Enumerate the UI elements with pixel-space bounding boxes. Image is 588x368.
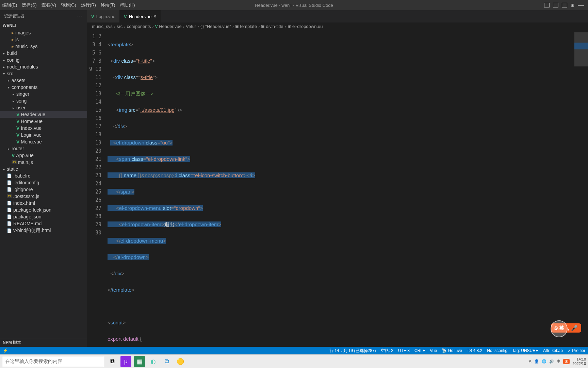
crumb[interactable]: Header.vue (159, 24, 182, 29)
tree-item[interactable]: 📄package.json (0, 213, 87, 220)
app-icon[interactable]: ▦ (134, 356, 145, 367)
tree-item[interactable]: VApp.vue (0, 152, 87, 159)
tray-icon[interactable]: 🌐 (542, 359, 546, 364)
status-ts[interactable]: TS 4.8.2 (467, 348, 482, 353)
status-eol[interactable]: CRLF (414, 348, 425, 353)
status-lang[interactable]: Vue (430, 348, 437, 353)
status-encoding[interactable]: UTF-8 (398, 348, 410, 353)
vue-icon: V (16, 119, 19, 124)
tree-item[interactable]: VHome.vue (0, 118, 87, 125)
tray-icon[interactable]: 🔊 (549, 359, 554, 364)
line-gutter: 1 2 3 4 5 6 7 8 9 10 11 12 13 14 15 16 1… (87, 30, 108, 347)
app-icon[interactable]: μ (120, 356, 131, 367)
tree-item[interactable]: JS.postcssrc.js (0, 193, 87, 200)
minimap[interactable] (574, 30, 588, 347)
status-left-icon[interactable]: ⚡ (3, 348, 8, 353)
tray-icon[interactable]: 👤 (534, 359, 539, 364)
tree-item[interactable]: VIndex.vue (0, 125, 87, 132)
crumb[interactable]: template (240, 24, 257, 29)
tab-login[interactable]: V Login.vue (87, 10, 120, 22)
status-tag[interactable]: Tag: UNSURE (512, 348, 538, 353)
tree-item[interactable]: 📄v-bind的使用.html (0, 227, 87, 234)
menu-help[interactable]: 帮助(H) (117, 2, 137, 8)
tree-item[interactable]: src (0, 70, 87, 77)
status-position[interactable]: 行 14，列 19 (已选择287) (329, 348, 376, 354)
tree-item[interactable]: config (0, 57, 87, 63)
tree-item[interactable]: assets (0, 77, 87, 84)
crumb[interactable]: div.h-title (266, 24, 283, 29)
tree-item[interactable]: components (0, 84, 87, 91)
system-clock[interactable]: 14:10 2022/10 (572, 357, 586, 365)
npm-scripts-section[interactable]: NPM 脚本 (0, 338, 87, 347)
js-icon: JS (7, 194, 12, 198)
crumb[interactable]: components (127, 24, 151, 29)
tree-item[interactable]: 📄package-lock.json (0, 206, 87, 213)
file-tree[interactable]: ▸images▸js▸music_sysbuildconfignode_modu… (0, 29, 87, 338)
tree-item[interactable]: 📄.babelrc (0, 172, 87, 179)
tree-item[interactable]: singer (0, 91, 87, 97)
tree-item[interactable]: song (0, 97, 87, 104)
crumb[interactable]: "Header.vue" (205, 24, 231, 29)
menu-term[interactable]: 终端(T) (98, 2, 118, 8)
status-attr[interactable]: Attr: kebab (543, 348, 563, 353)
menu-select[interactable]: 选择(S) (19, 2, 39, 8)
tree-label: router (12, 146, 24, 151)
crumb[interactable]: src (117, 24, 122, 29)
layout-icon[interactable] (544, 3, 550, 7)
tree-item[interactable]: 📄.gitignore (0, 186, 87, 193)
menu-view[interactable]: 查看(V) (39, 2, 59, 8)
tree-item[interactable]: ▸music_sys (0, 43, 87, 50)
status-golive[interactable]: 📡 Go Live (442, 348, 462, 353)
tray-icon[interactable]: 中 (557, 359, 560, 364)
crumb[interactable]: el-dropdown.uu (292, 24, 323, 29)
tree-item[interactable]: ▸js (0, 36, 87, 43)
status-spaces[interactable]: 空格: 2 (381, 348, 393, 354)
tree-item[interactable]: node_modules (0, 63, 87, 70)
layout-icon[interactable] (553, 3, 558, 7)
menu-run[interactable]: 运行(R) (79, 2, 98, 8)
timer-bubble[interactable]: 03:51 (551, 320, 568, 337)
tree-item[interactable]: JSmain.js (0, 159, 87, 166)
crumb[interactable]: Vetur (186, 24, 196, 29)
tree-item[interactable]: router (0, 145, 87, 152)
tree-item[interactable]: 📄README.md (0, 220, 87, 227)
explorer-more-icon[interactable]: ··· (77, 13, 83, 19)
crumb[interactable]: music_sys (92, 24, 113, 29)
menu-goto[interactable]: 转到(G) (59, 2, 79, 8)
tree-item[interactable]: static (0, 166, 87, 172)
project-name[interactable]: WENLI (0, 22, 87, 29)
layout-icon[interactable] (562, 3, 567, 7)
tab-header[interactable]: V Header.vue × (120, 10, 161, 22)
status-prettier[interactable]: ✓ Prettier (568, 348, 585, 353)
tab-bar: V Login.vue V Header.vue × (87, 10, 588, 22)
vue-icon: V (91, 14, 94, 19)
tree-item[interactable]: VMenu.vue (0, 138, 87, 145)
tree-item[interactable]: ▸images (0, 29, 87, 36)
tray-icon[interactable]: ᐱ (529, 359, 532, 364)
vscode-icon[interactable]: ⧉ (161, 356, 172, 367)
status-tsconfig[interactable]: No tsconfig (487, 348, 507, 353)
breadcrumb[interactable]: music_sys› src› components› V Header.vue… (87, 22, 588, 30)
chrome-icon[interactable]: 🟡 (175, 356, 186, 367)
tree-item[interactable]: VHeader.vue (0, 111, 87, 118)
status-bar: ⚡ 行 14，列 19 (已选择287) 空格: 2 UTF-8 CRLF Vu… (0, 347, 588, 354)
tree-item[interactable]: user (0, 104, 87, 111)
windows-search[interactable]: 在这里输入你要搜索的内容 (2, 356, 104, 367)
menu-edit[interactable]: 编辑(E) (0, 2, 19, 8)
layout-custom-icon[interactable]: ⊞ (571, 3, 574, 8)
tab-close-icon[interactable]: × (153, 14, 156, 19)
minimize-button[interactable]: — (578, 2, 584, 9)
taskview-icon[interactable]: ⧉ (107, 356, 118, 367)
tree-item[interactable]: 📄.editorconfig (0, 179, 87, 186)
tree-label: music_sys (15, 44, 37, 49)
file-icon: 📄 (7, 187, 12, 192)
ime-icon[interactable]: S (563, 359, 570, 364)
code-editor[interactable]: <template> <div class="h-title"> <div cl… (108, 30, 574, 347)
tree-label: Header.vue (21, 112, 45, 117)
tree-item[interactable]: 📄index.html (0, 200, 87, 206)
app-icon[interactable]: ◐ (148, 356, 159, 367)
mic-icon[interactable]: 🎤 (571, 325, 578, 331)
tree-item[interactable]: VLogin.vue (0, 132, 87, 138)
tree-item[interactable]: build (0, 50, 87, 57)
chevron-icon (12, 99, 15, 103)
